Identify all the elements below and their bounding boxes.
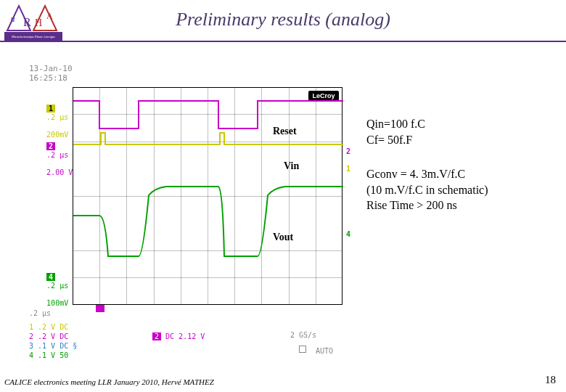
svg-text:A: A xyxy=(46,11,53,21)
vin-label: Vin xyxy=(284,160,299,172)
annotation-block-1: Qin=100 f.C Cf= 50f.F xyxy=(366,116,488,147)
channel-summary: 1 .2 V DC 2 .2 V DC 3 .1 V DC § 4 .1 V 5… xyxy=(29,322,77,360)
footer-text: CALICE electronics meeting LLR January 2… xyxy=(4,377,214,386)
cf-line: Cf= 50f.F xyxy=(366,132,488,148)
gconv-line: Gconv = 4. 3m.V/f.C xyxy=(366,166,488,182)
svg-text:Microelectronique Rhone Auverg: Microelectronique Rhone Auvergne xyxy=(12,35,55,38)
marker-ch1: 1 xyxy=(346,165,350,173)
scope-grid: LeCroy Reset Vin Vout 2 1 4 xyxy=(73,87,343,305)
sample-rate: 2 GS/s xyxy=(290,331,316,339)
annotations: Qin=100 f.C Cf= 50f.F Gconv = 4. 3m.V/f.… xyxy=(366,116,488,232)
vout-label: Vout xyxy=(273,232,293,243)
trigger-info: 2 2 DC 2.12 VDC 2.12 V xyxy=(152,332,205,340)
svg-text:H: H xyxy=(35,17,42,28)
mode-label: AUTO xyxy=(316,347,333,355)
svg-text:µ: µ xyxy=(10,14,15,24)
reset-label: Reset xyxy=(273,126,297,137)
page-number: 18 xyxy=(545,374,556,386)
trigger-marker-icon xyxy=(96,305,104,312)
ch2-label: 2 .2 µs 2.00 V xyxy=(29,134,73,186)
annotation-block-2: Gconv = 4. 3m.V/f.C (10 m.V/f.C in schem… xyxy=(366,166,488,213)
stop-icon xyxy=(299,346,306,353)
vout-waveform xyxy=(73,88,343,306)
page-title: Preliminary results (analog) xyxy=(0,0,566,30)
slide-header: µ R H A Microelectronique Rhone Auvergne… xyxy=(0,0,566,42)
timebase-label: .2 µs xyxy=(29,309,51,318)
marker-ch4: 4 xyxy=(346,230,350,238)
schematic-line: (10 m.V/f.C in schematic) xyxy=(366,182,488,198)
qin-line: Qin=100 f.C xyxy=(366,116,488,132)
svg-text:R: R xyxy=(23,16,31,28)
marker-ch2: 2 xyxy=(346,147,350,155)
risetime-line: Rise Time > 200 ns xyxy=(366,197,488,213)
urha-logo: µ R H A Microelectronique Rhone Auvergne xyxy=(4,1,62,41)
scope-timestamp: 13-Jan-10 16:25:18 xyxy=(29,64,73,83)
oscilloscope-screenshot: 13-Jan-10 16:25:18 1 .2 µs 200mV 2 .2 µs… xyxy=(29,64,348,347)
